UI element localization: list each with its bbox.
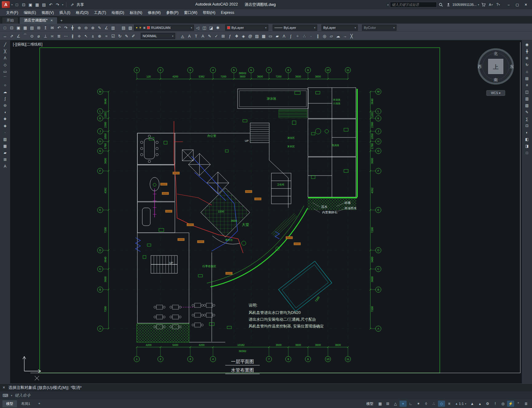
close-button[interactable]: ✕ xyxy=(522,1,530,8)
visual-styles-icon[interactable]: ◨ xyxy=(524,143,530,149)
sheet-set-manager-icon[interactable]: ▧ xyxy=(524,103,530,108)
tool-palettes-icon[interactable]: ▥ xyxy=(524,96,530,101)
logo-dropdown-icon[interactable]: ▾ xyxy=(11,3,13,6)
menu-insert[interactable]: 插入(I) xyxy=(57,10,73,16)
layer-thaw-icon[interactable]: ☀ xyxy=(139,26,142,30)
multiline-icon[interactable]: ∥ xyxy=(315,33,321,39)
hatch-icon[interactable]: ▨ xyxy=(254,33,260,39)
viewport-controls[interactable]: [-][俯视][二维线框] xyxy=(13,42,42,47)
inspect-icon[interactable]: ☑ xyxy=(110,33,116,39)
annotation-visibility-icon[interactable]: ▲ xyxy=(469,401,476,407)
point-style-icon[interactable]: · xyxy=(308,33,314,39)
save-icon[interactable]: ▣ xyxy=(15,25,22,31)
recent-commands-icon[interactable]: ▾ xyxy=(11,394,12,397)
quick-leader-icon[interactable]: ↖ xyxy=(83,33,89,39)
dim-arc-length-icon[interactable]: ⌒ xyxy=(22,33,28,39)
polyline-edit-icon[interactable]: Λ xyxy=(281,33,287,39)
arc-icon[interactable]: ⌒ xyxy=(2,76,9,81)
match-properties-icon[interactable]: ✎ xyxy=(97,25,103,31)
dim-jog-icon[interactable]: ≈ xyxy=(103,33,109,39)
field-icon[interactable]: ƒ xyxy=(227,33,233,39)
zoom-extents-icon[interactable]: ⊗ xyxy=(524,55,530,61)
menu-edit[interactable]: 编辑(E) xyxy=(21,10,38,16)
menu-format[interactable]: 格式(O) xyxy=(73,10,91,16)
plotstyle-combo[interactable]: ByColor ▾ xyxy=(362,25,396,31)
infer-constraints-icon[interactable]: △ xyxy=(392,401,399,407)
polyline-icon[interactable]: Λ xyxy=(2,55,9,61)
construction-line-icon[interactable]: ╳ xyxy=(2,49,9,54)
cart-icon[interactable] xyxy=(480,2,487,8)
dim-space-icon[interactable]: ≑ xyxy=(76,33,82,39)
dim-linear-icon[interactable]: ↔ xyxy=(2,33,8,39)
annotation-monitor-icon[interactable]: ! xyxy=(492,401,499,407)
tab-start[interactable]: 开始 xyxy=(2,17,18,24)
spline-icon[interactable]: ʃ xyxy=(2,96,9,101)
divide-icon[interactable]: ÷ xyxy=(294,33,301,39)
layer-freeze-icon[interactable]: ✱ xyxy=(215,25,221,31)
account-menu[interactable]: 15059991135... ▾ xyxy=(445,2,479,8)
command-input-row[interactable]: ⌨ ▾ 键入命令 xyxy=(0,391,532,399)
menu-window[interactable]: 窗口(W) xyxy=(182,10,200,16)
dim-diameter-icon[interactable]: ⌀ xyxy=(36,33,42,39)
menu-view[interactable]: 视图(V) xyxy=(39,10,56,16)
region-icon[interactable]: ▰ xyxy=(2,150,9,155)
annotation-scale-control[interactable]: ▲ 1:1 ▾ xyxy=(453,402,468,406)
zoom-previous-icon[interactable]: ⊖ xyxy=(83,25,89,31)
publish-icon[interactable]: ↥ xyxy=(42,25,49,31)
point-icon[interactable]: · xyxy=(2,130,9,135)
new-icon[interactable]: □ xyxy=(2,25,8,31)
plot-icon[interactable]: ▤ xyxy=(29,25,35,31)
dim-angular-icon[interactable]: ∠ xyxy=(15,33,22,39)
properties-icon[interactable]: ▤ xyxy=(524,76,530,81)
tolerance-icon[interactable]: ± xyxy=(90,33,96,39)
drawing-canvas[interactable]: [-][俯视][二维线框] xyxy=(10,40,522,383)
measure-icon[interactable]: ∠ xyxy=(103,25,109,31)
style-combo[interactable]: NORMAL ▾ xyxy=(141,33,175,39)
circle-icon[interactable]: ○ xyxy=(2,82,9,88)
zoom-extents-icon[interactable]: ⊗ xyxy=(90,25,96,31)
wipeout-icon[interactable]: ▱ xyxy=(328,33,334,39)
menu-file[interactable]: 文件(F) xyxy=(4,10,21,16)
ellipse-arc-icon[interactable]: ◖ xyxy=(2,109,9,115)
construction-line-icon[interactable]: ╳ xyxy=(349,33,355,39)
boundary-icon[interactable]: ▭ xyxy=(267,33,274,39)
dim-radius-icon[interactable]: ⊙ xyxy=(29,33,35,39)
graphics-performance-icon[interactable]: ⚡ xyxy=(507,401,514,407)
open-icon[interactable]: ⊡ xyxy=(9,25,15,31)
hatch-icon[interactable]: ▨ xyxy=(2,137,9,142)
pan-icon[interactable]: ╋ xyxy=(524,49,530,54)
ray-icon[interactable]: → xyxy=(342,33,348,39)
revision-cloud-icon[interactable]: ☁ xyxy=(335,33,341,39)
dim-break-icon[interactable]: ∦ xyxy=(69,33,76,39)
menu-tools[interactable]: 工具(T) xyxy=(92,10,108,16)
table-icon[interactable]: ⊞ xyxy=(220,33,226,39)
polar-tracking-icon[interactable]: ✶ xyxy=(415,401,422,407)
maximize-button[interactable]: ▢ xyxy=(513,1,522,8)
full-navigation-wheel-icon[interactable]: ◉ xyxy=(524,42,530,47)
layer-states-icon[interactable]: ▧ xyxy=(127,25,133,31)
search-input[interactable] xyxy=(390,2,437,7)
line-icon[interactable]: ╱ xyxy=(2,42,9,47)
snap-mode-icon[interactable]: ⊞ xyxy=(384,401,391,407)
menu-express[interactable]: Express xyxy=(219,10,237,15)
model-tab[interactable]: 模型 xyxy=(2,400,17,407)
layer-combo[interactable]: ● ☀ ▣ RUANGUAN ▾ xyxy=(134,25,194,31)
measure-point-icon[interactable]: ∴ xyxy=(301,33,307,39)
autodesk-app-icon[interactable]: A▾ xyxy=(488,2,494,8)
multiline-text-icon[interactable]: A xyxy=(2,164,9,169)
menu-modify[interactable]: 修改(M) xyxy=(145,10,163,16)
help-icon[interactable]: ?▾ xyxy=(495,2,501,8)
layer-on-icon[interactable]: ● xyxy=(136,26,137,29)
lineweight-combo[interactable]: ByLayer ▾ xyxy=(321,25,358,31)
markup-set-manager-icon[interactable]: ✎ xyxy=(524,109,530,115)
layer-previous-icon[interactable]: ◁ xyxy=(195,25,201,31)
close-tab-icon[interactable]: ✕ xyxy=(50,19,53,22)
keyboard-icon[interactable]: ⌨ xyxy=(2,393,8,398)
undo-icon[interactable]: ↶ xyxy=(56,25,62,31)
menu-draw[interactable]: 绘图(D) xyxy=(109,10,127,16)
object-snap-tracking-icon[interactable]: ∴ xyxy=(430,401,437,407)
external-references-icon[interactable]: ⊡ xyxy=(524,123,530,128)
new-layout-tab[interactable]: + xyxy=(34,400,44,407)
undo-icon[interactable]: ↶ xyxy=(48,2,54,8)
ellipse-icon[interactable]: ⊖ xyxy=(2,103,9,108)
